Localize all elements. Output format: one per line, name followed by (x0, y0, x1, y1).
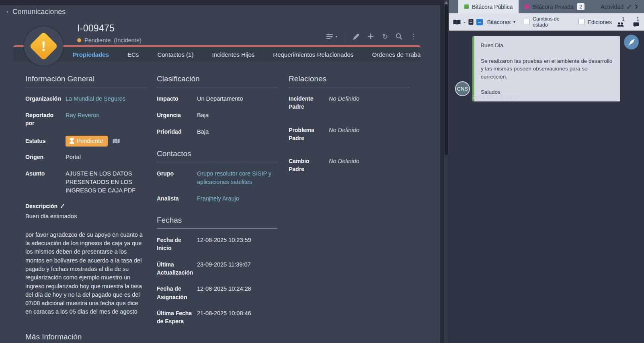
date-value: 12-08-2025 10:23:59 (197, 236, 277, 252)
open-book-icon[interactable] (453, 19, 461, 25)
status-button[interactable]: Pendiente (66, 136, 108, 147)
collapse-arrow-icon[interactable]: ▾ (6, 10, 8, 14)
log-panel-tabs: Bitácora Pública Bitácora Privada 2 Acti… (449, 0, 644, 13)
incident-type-badge: ! (24, 27, 63, 66)
date-value: 12-08-2025 10:24:28 (197, 285, 277, 301)
comments-count-value: 1 (636, 17, 639, 22)
priority-value: Baja (197, 128, 277, 136)
search-button[interactable] (396, 33, 402, 40)
cambios-estado-label: Cambios de estado (533, 16, 564, 28)
filter-button[interactable]: ▾ (326, 34, 337, 39)
journal-icon[interactable] (468, 19, 474, 25)
section-heading: Fechas (157, 216, 277, 229)
field-label: Origen (25, 153, 66, 161)
tab-requerimientos[interactable]: Requerimientos Relacionados (273, 51, 353, 58)
tab-bitacora-privada[interactable]: Bitácora Privada 2 (519, 0, 591, 13)
date-value: 23-09-2025 11:39:07 (197, 260, 277, 277)
log-entry-card[interactable]: Buen Dia. Se realizaron las pruebas en e… (472, 36, 620, 101)
tab-actividad[interactable]: Actividad (595, 0, 644, 13)
private-log-swatch-icon (525, 4, 529, 9)
field-label: Cambio Padre (289, 157, 329, 174)
field-ultima-espera: Última Fecha de Espera 21-08-2025 10:08:… (157, 309, 277, 326)
ticket-type-text: (Incidente) (114, 37, 142, 43)
group-link[interactable]: Grupo resolutor core SISIP y aplicacione… (197, 169, 277, 186)
chevron-right-icon[interactable] (635, 4, 638, 9)
log-panel: Bitácora Pública Bitácora Privada 2 Acti… (449, 0, 644, 343)
toolbar-divider (345, 33, 345, 41)
tab-bitacora-publica[interactable]: Bitácora Pública (458, 0, 519, 13)
people-icon (617, 22, 625, 27)
ticket-toolbar: ▾ + ↻ ⋮ (326, 32, 417, 41)
field-cambio-padre: Cambio Padre No Definido (289, 157, 409, 174)
add-button[interactable]: + (367, 32, 374, 41)
field-urgencia: Urgencia Baja (157, 111, 277, 120)
bitacoras-dropdown[interactable]: Bitácoras (487, 19, 511, 25)
field-organizacion: Organización La Mundial de Seguros (25, 95, 146, 103)
date-value: 21-08-2025 10:08:46 (197, 309, 277, 326)
breadcrumb[interactable]: ▾ Comunicaciones (6, 8, 66, 16)
workflow-map-icon[interactable] (113, 138, 120, 145)
ediciones-checkbox[interactable] (578, 19, 585, 25)
refresh-button[interactable]: ↻ (382, 33, 388, 40)
field-prioridad: Prioridad Baja (157, 128, 277, 136)
scrollbar-thumb[interactable] (445, 5, 448, 155)
field-incidente-padre: Incidente Padre No Definido (289, 95, 409, 111)
public-log-swatch-icon (464, 4, 469, 9)
organization-link[interactable]: La Mundial de Seguros (66, 95, 146, 103)
urgency-value: Baja (197, 111, 277, 120)
edit-button[interactable] (353, 33, 359, 40)
classification-section: Clasificación Impacto Un Departamento Ur… (157, 74, 277, 333)
comments-count: 1 (633, 17, 639, 27)
field-asunto: Asunto AJUSTE EN LOS DATOS PRESENTADOS E… (25, 169, 146, 195)
field-ultima-actualizacion: Última Actualización 23-09-2025 11:39:07 (157, 260, 277, 277)
field-analista: Analista Franjhely Araujo (157, 194, 277, 203)
field-label: Estatus (25, 137, 66, 145)
description-line1: Buen día estimados (25, 213, 146, 219)
reporter-link[interactable]: Ray Reveron (66, 111, 146, 128)
status-button-label: Pendiente (77, 138, 103, 144)
info-general-section: Información General Organización La Mund… (25, 74, 146, 343)
scrollbar-up-arrow[interactable] (445, 1, 448, 4)
exclamation-icon: ! (24, 27, 63, 66)
field-estatus: Estatus Pendiente (25, 136, 146, 147)
field-fecha-asignacion: Fecha de Asignación 12-08-2025 10:24:28 (157, 285, 277, 301)
cambios-estado-checkbox[interactable] (524, 19, 530, 25)
entry-author-avatar[interactable]: CNS (455, 81, 470, 96)
field-label: Fecha de Inicio (157, 236, 197, 252)
expand-panel-icon[interactable] (627, 4, 632, 9)
ticket-status-line: Pendiente (Incidente) (77, 37, 142, 43)
filter-icon (326, 34, 333, 39)
expand-icon[interactable] (60, 204, 65, 208)
field-problema-padre: Problema Padre No Definido (289, 126, 409, 143)
tab-overflow-button[interactable]: ⋮ (411, 51, 417, 58)
chevron-down-icon: ▾ (335, 35, 337, 39)
hourglass-icon (70, 138, 74, 144)
impact-value: Un Departamento (197, 95, 277, 103)
parent-incident-value: No Definido (329, 95, 409, 111)
new-entry-button[interactable] (624, 35, 639, 50)
field-reportado-por: Reportado por Ray Reveron (25, 111, 146, 128)
field-impacto: Impacto Un Departamento (157, 95, 277, 103)
field-grupo: Grupo Grupo resolutor core SISIP y aplic… (157, 169, 277, 186)
ediciones-label: Ediciones (587, 19, 612, 25)
entry-line1: Buen Dia. (481, 41, 614, 50)
tab-ecs[interactable]: ECs (127, 51, 139, 58)
field-label: Impacto (157, 95, 197, 103)
chevron-down-icon[interactable]: ▾ (513, 20, 515, 24)
subject-value: AJUSTE EN LOS DATOS PRESENTADOS EN LOS I… (66, 169, 146, 195)
tab-propiedades[interactable]: Propiedades (73, 51, 109, 58)
field-label: Prioridad (157, 128, 197, 136)
tab-contactos[interactable]: Contactos (1) (157, 51, 193, 58)
analyst-link[interactable]: Franjhely Araujo (197, 194, 277, 203)
field-label: Asunto (25, 169, 66, 195)
tab-incidentes-hijos[interactable]: Incidentes Hijos (212, 51, 254, 58)
parent-problem-value: No Definido (329, 126, 409, 143)
status-text: Pendiente (84, 37, 111, 43)
more-button[interactable]: ⋮ (410, 33, 417, 40)
collapse-entries-icon[interactable] (476, 19, 483, 25)
field-label: Urgencia (157, 111, 197, 120)
section-heading: Clasificación (157, 74, 277, 87)
ticket-id: I-009475 (77, 23, 115, 34)
relations-section: Relaciones Incidente Padre No Definido P… (289, 74, 409, 182)
field-fecha-inicio: Fecha de Inicio 12-08-2025 10:23:59 (157, 236, 277, 252)
